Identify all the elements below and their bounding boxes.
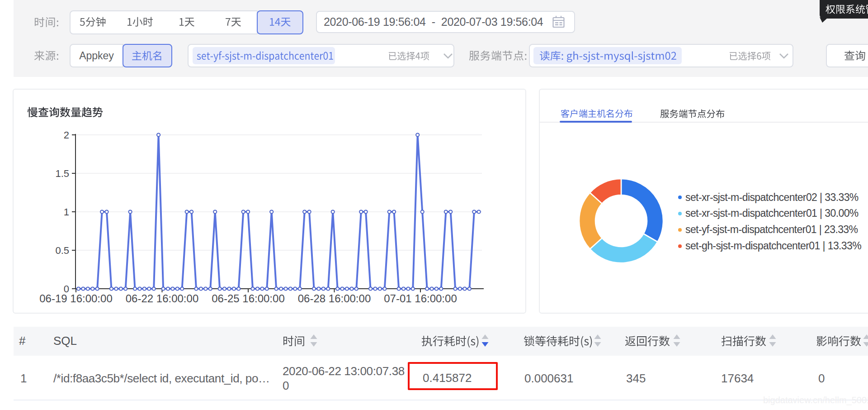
svg-text:06-19 16:00:00: 06-19 16:00:00 (39, 292, 112, 305)
svg-text:0.5: 0.5 (55, 245, 69, 256)
svg-text:1.5: 1.5 (55, 168, 69, 179)
svg-text:2: 2 (64, 129, 69, 141)
svg-text:07-01 16:00:00: 07-01 16:00:00 (384, 292, 457, 305)
svg-text:06-25 16:00:00: 06-25 16:00:00 (212, 292, 284, 305)
svg-text:06-22 16:00:00: 06-22 16:00:00 (126, 292, 198, 305)
svg-text:06-28 16:00:00: 06-28 16:00:00 (298, 292, 371, 305)
svg-text:1: 1 (64, 206, 69, 218)
